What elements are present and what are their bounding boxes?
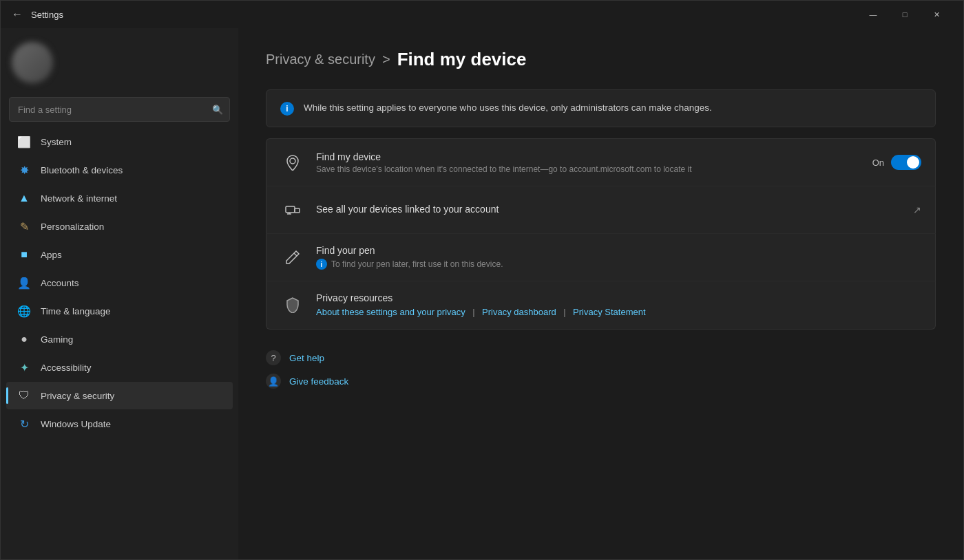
see-all-devices-body: See all your devices linked to your acco… — [316, 204, 902, 217]
update-icon: ↻ — [17, 417, 31, 431]
find-my-device-toggle[interactable] — [891, 155, 921, 170]
close-button[interactable]: ✕ — [921, 1, 952, 28]
see-all-devices-icon — [280, 197, 305, 222]
breadcrumb: Privacy & security > Find my device — [266, 49, 936, 70]
pen-info-text: To find your pen later, first use it on … — [331, 259, 503, 269]
gaming-icon: ● — [17, 332, 31, 346]
svg-line-5 — [294, 253, 297, 256]
privacy-resources-title: Privacy resources — [316, 292, 921, 303]
sidebar-label-accounts: Accounts — [41, 278, 79, 288]
info-banner-icon: i — [280, 102, 294, 116]
pen-info: i To find your pen later, first use it o… — [316, 259, 921, 270]
sidebar-item-personalization[interactable]: ✎ Personalization — [6, 213, 233, 240]
svg-rect-2 — [295, 208, 300, 213]
find-your-pen-title: Find your pen — [316, 245, 921, 256]
main-layout: 🔍 ⬜ System ✸ Bluetooth & devices ▲ Netwo… — [1, 28, 963, 559]
system-icon: ⬜ — [17, 135, 31, 149]
network-icon: ▲ — [17, 191, 31, 205]
bottom-links: ? Get help 👤 Give feedback — [266, 350, 936, 389]
sidebar-label-apps: Apps — [41, 250, 62, 260]
sidebar-item-privacy[interactable]: 🛡 Privacy & security — [6, 382, 233, 409]
privacy-icon: 🛡 — [17, 389, 31, 402]
sidebar-label-privacy: Privacy & security — [41, 391, 114, 401]
get-help-label: Get help — [289, 353, 324, 363]
privacy-statement-link[interactable]: Privacy Statement — [573, 307, 646, 317]
find-my-device-title: Find my device — [316, 151, 861, 162]
sidebar-label-accessibility: Accessibility — [41, 363, 92, 373]
find-my-device-body: Find my device Save this device's locati… — [316, 151, 861, 174]
find-my-device-desc: Save this device's location when it's co… — [316, 164, 861, 174]
sidebar-label-personalization: Personalization — [41, 222, 104, 232]
accounts-icon: 👤 — [17, 276, 31, 290]
privacy-resources-body: Privacy resources About these settings a… — [316, 292, 921, 318]
accessibility-icon: ✦ — [17, 360, 31, 374]
search-icon: 🔍 — [212, 105, 223, 115]
sidebar-item-update[interactable]: ↻ Windows Update — [6, 410, 233, 438]
bluetooth-icon: ✸ — [17, 163, 31, 177]
avatar — [12, 42, 53, 83]
find-my-device-icon — [280, 150, 305, 175]
about-settings-link[interactable]: About these settings and your privacy — [316, 307, 465, 317]
privacy-resources-card: Privacy resources About these settings a… — [266, 281, 936, 330]
sidebar-label-bluetooth: Bluetooth & devices — [41, 165, 123, 175]
info-banner-text: While this setting applies to everyone w… — [304, 101, 712, 115]
toggle-thumb — [907, 156, 919, 169]
privacy-resources-icon — [280, 292, 305, 317]
privacy-separator-2: | — [563, 307, 565, 317]
privacy-separator-1: | — [472, 307, 474, 317]
sidebar: 🔍 ⬜ System ✸ Bluetooth & devices ▲ Netwo… — [1, 28, 238, 559]
breadcrumb-separator: > — [382, 52, 390, 67]
see-all-devices-action: ↗ — [913, 204, 921, 215]
pen-info-icon: i — [316, 259, 327, 270]
find-your-pen-icon — [280, 245, 305, 270]
sidebar-label-network: Network & internet — [41, 193, 117, 204]
breadcrumb-parent[interactable]: Privacy & security — [266, 52, 375, 67]
see-all-devices-title: See all your devices linked to your acco… — [316, 204, 902, 215]
titlebar: ← Settings — □ ✕ — [1, 1, 963, 28]
sidebar-item-system[interactable]: ⬜ System — [6, 128, 233, 155]
breadcrumb-current: Find my device — [397, 49, 527, 70]
toggle-label: On — [872, 158, 884, 168]
sidebar-item-bluetooth[interactable]: ✸ Bluetooth & devices — [6, 156, 233, 184]
search-box: 🔍 — [9, 97, 230, 122]
window-controls: — □ ✕ — [857, 1, 952, 28]
sidebar-item-accounts[interactable]: 👤 Accounts — [6, 269, 233, 297]
time-icon: 🌐 — [17, 304, 31, 318]
svg-rect-1 — [286, 206, 295, 213]
sidebar-label-update: Windows Update — [41, 419, 111, 429]
get-help-icon: ? — [266, 350, 281, 365]
info-banner: i While this setting applies to everyone… — [266, 89, 936, 127]
find-your-pen-card[interactable]: Find your pen i To find your pen later, … — [266, 234, 936, 281]
search-input[interactable] — [9, 97, 230, 122]
sidebar-item-apps[interactable]: ■ Apps — [6, 241, 233, 268]
get-help-link[interactable]: ? Get help — [266, 350, 936, 365]
sidebar-label-gaming: Gaming — [41, 334, 73, 345]
apps-icon: ■ — [17, 248, 31, 261]
window-title: Settings — [31, 10, 63, 20]
find-my-device-card[interactable]: Find my device Save this device's locati… — [266, 138, 936, 186]
give-feedback-label: Give feedback — [289, 376, 348, 387]
sidebar-item-network[interactable]: ▲ Network & internet — [6, 184, 233, 212]
minimize-button[interactable]: — — [857, 1, 889, 28]
sidebar-label-time: Time & language — [41, 306, 111, 316]
external-link-icon: ↗ — [913, 204, 921, 215]
maximize-button[interactable]: □ — [889, 1, 921, 28]
sidebar-label-system: System — [41, 137, 72, 147]
privacy-links: About these settings and your privacy | … — [316, 305, 921, 318]
sidebar-item-accessibility[interactable]: ✦ Accessibility — [6, 354, 233, 381]
back-button[interactable]: ← — [12, 8, 23, 21]
profile-area — [1, 28, 238, 94]
sidebar-item-time[interactable]: 🌐 Time & language — [6, 297, 233, 325]
find-your-pen-body: Find your pen i To find your pen later, … — [316, 245, 921, 270]
personalization-icon: ✎ — [17, 219, 31, 233]
sidebar-nav: ⬜ System ✸ Bluetooth & devices ▲ Network… — [1, 127, 238, 438]
give-feedback-icon: 👤 — [266, 374, 281, 389]
settings-window: ← Settings — □ ✕ 🔍 ⬜ System — [0, 0, 964, 560]
svg-point-0 — [290, 158, 295, 164]
see-all-devices-card[interactable]: See all your devices linked to your acco… — [266, 186, 936, 234]
find-my-device-action: On — [872, 155, 921, 170]
give-feedback-link[interactable]: 👤 Give feedback — [266, 374, 936, 389]
content-area: Privacy & security > Find my device i Wh… — [238, 28, 963, 559]
privacy-dashboard-link[interactable]: Privacy dashboard — [482, 307, 556, 317]
sidebar-item-gaming[interactable]: ● Gaming — [6, 325, 233, 353]
